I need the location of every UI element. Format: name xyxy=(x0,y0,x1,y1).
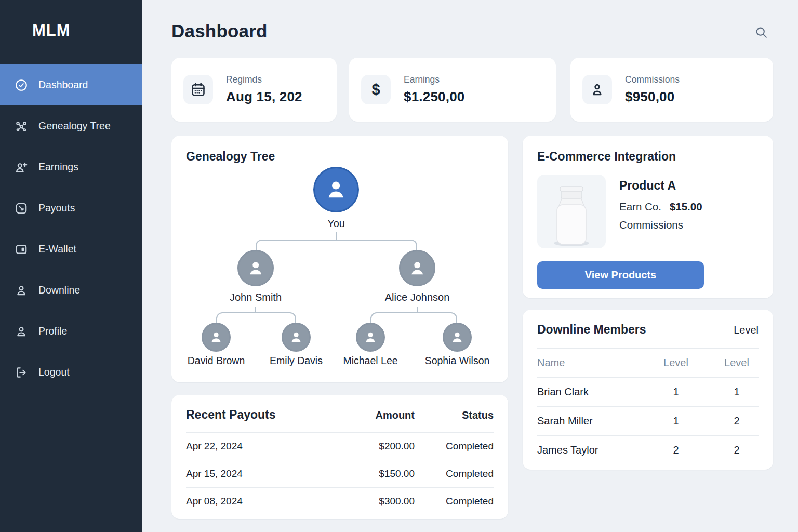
payout-status: Completed xyxy=(415,441,494,452)
payout-amount: $300.00 xyxy=(326,496,415,507)
tree-node-label: David Brown xyxy=(188,355,245,367)
tree-connector-bracket xyxy=(216,312,296,323)
sidebar-item-label: E-Wallet xyxy=(38,243,76,255)
stat-label: Commissions xyxy=(625,74,680,85)
search-icon[interactable] xyxy=(755,26,768,39)
tree-node-label: You xyxy=(327,218,345,230)
check-circle-icon xyxy=(15,78,28,92)
tree-connector-bracket xyxy=(256,240,417,250)
sidebar-item-label: Dashboard xyxy=(38,79,88,91)
recent-payouts-title: Recent Payouts xyxy=(186,408,326,422)
table-row: Apr 15, 2024 $150.00 Completed xyxy=(186,460,494,487)
recent-payouts-header: Recent Payouts Amount Status xyxy=(186,408,494,432)
payout-date: Apr 15, 2024 xyxy=(186,468,326,480)
topbar: Dashboard xyxy=(171,21,773,42)
avatar-person-icon xyxy=(208,329,224,345)
tree-node-john-smith[interactable] xyxy=(237,250,274,286)
column-header-level-2: Level xyxy=(715,357,759,369)
person-icon xyxy=(582,75,612,104)
user-icon xyxy=(15,325,28,338)
tree-node-label: Michael Lee xyxy=(343,355,397,367)
avatar-person-icon xyxy=(288,329,304,345)
payout-status: Completed xyxy=(415,496,494,507)
sidebar-item-label: Logout xyxy=(38,366,70,378)
user-plus-icon xyxy=(15,161,28,174)
sidebar-item-dashboard[interactable]: Dashboard xyxy=(0,64,142,105)
stat-text: Commissions $950,00 xyxy=(625,74,680,105)
stat-value: $950,00 xyxy=(625,89,680,105)
stat-card-commissions: Commissions $950,00 xyxy=(570,58,773,122)
column-header-level-1: Level xyxy=(637,357,715,369)
app-logo: MLM xyxy=(0,0,142,61)
tree-node-sophia-wilson[interactable] xyxy=(443,323,472,352)
avatar-person-icon xyxy=(407,258,427,278)
stat-value: Aug 15, 202 xyxy=(226,89,302,105)
table-row: Brian Clark 1 1 xyxy=(537,377,759,406)
sidebar-item-e-wallet[interactable]: E-Wallet xyxy=(0,229,142,270)
stat-text: Earnings $1.250,00 xyxy=(404,74,464,105)
tree-node-you[interactable] xyxy=(313,167,359,212)
sidebar-item-payouts[interactable]: Payouts xyxy=(0,188,142,229)
product-vendor: Earn Co. xyxy=(619,201,661,212)
genealogy-tree: You John Smith Alice Johnson xyxy=(186,167,494,369)
product-note: Commissions xyxy=(619,219,702,231)
member-name: James Taylor xyxy=(537,444,637,456)
sidebar-item-label: Genealogy Tree xyxy=(38,120,111,132)
tree-connector-stem xyxy=(255,307,256,312)
sidebar-item-downline[interactable]: Downline xyxy=(0,270,142,311)
tree-node-alice-johnson[interactable] xyxy=(399,250,435,286)
table-row: Sarah Miller 1 2 xyxy=(537,406,759,435)
downline-header: Downline Members Level xyxy=(537,323,759,348)
table-row: Apr 22, 2024 $200.00 Completed xyxy=(186,432,494,460)
recent-payouts-card: Recent Payouts Amount Status Apr 22, 202… xyxy=(171,395,508,519)
payout-date: Apr 08, 2024 xyxy=(186,496,326,507)
member-level-1: 1 xyxy=(637,415,715,427)
tree-node-label: Alice Johnson xyxy=(385,291,450,303)
product-image-bottle xyxy=(537,175,606,248)
payout-amount: $200.00 xyxy=(326,441,415,452)
stat-label: Regimds xyxy=(226,74,302,85)
genealogy-tree-card: Genealogy Tree You John Smith xyxy=(171,136,508,382)
stat-card-earnings: $ Earnings $1.250,00 xyxy=(349,58,556,122)
tree-connector-bracket xyxy=(370,312,457,323)
genealogy-tree-title: Genealogy Tree xyxy=(186,150,494,164)
supplement-bottle-graphic xyxy=(547,182,596,248)
stat-text: Regimds Aug 15, 202 xyxy=(226,74,302,105)
payout-date: Apr 22, 2024 xyxy=(186,441,326,452)
product-vendor-price: Earn Co.$15.00 xyxy=(619,201,702,213)
view-products-button[interactable]: View Products xyxy=(537,261,704,289)
avatar-person-icon xyxy=(246,258,265,278)
downline-title: Downline Members xyxy=(537,323,646,337)
sidebar-item-label: Payouts xyxy=(38,202,75,214)
main-content: Dashboard Regimds Aug 15, 202 $ Earnings… xyxy=(142,0,798,532)
avatar-person-icon xyxy=(449,329,465,345)
logout-icon xyxy=(15,366,28,379)
dollar-icon: $ xyxy=(361,75,391,104)
column-header-amount: Amount xyxy=(326,409,415,421)
sidebar-item-genealogy-tree[interactable]: Genealogy Tree xyxy=(0,105,142,147)
downline-header-level: Level xyxy=(734,324,759,336)
product-price: $15.00 xyxy=(670,201,702,212)
tree-node-emily-davis[interactable] xyxy=(282,323,311,352)
sidebar-item-logout[interactable]: Logout xyxy=(0,352,142,393)
tree-node-david-brown[interactable] xyxy=(202,323,231,352)
downline-column-headers: Name Level Level xyxy=(537,348,759,377)
sidebar-item-profile[interactable]: Profile xyxy=(0,311,142,352)
member-level-1: 1 xyxy=(637,386,715,398)
sidebar-nav: Dashboard Genealogy Tree Earnings Payout… xyxy=(0,64,142,393)
product-row: Product A Earn Co.$15.00 Commissions xyxy=(537,175,759,248)
tree-node-michael-lee[interactable] xyxy=(356,323,385,352)
payout-arrow-icon xyxy=(15,202,28,215)
member-level-2: 2 xyxy=(715,415,759,427)
payout-status: Completed xyxy=(415,468,494,480)
payout-amount: $150.00 xyxy=(326,468,415,480)
ecommerce-card: E-Commerce Integration Product A xyxy=(523,136,773,298)
stat-card-regimds: Regimds Aug 15, 202 xyxy=(171,58,337,122)
sidebar: MLM Dashboard Genealogy Tree Earnings Pa… xyxy=(0,0,142,532)
sidebar-item-earnings[interactable]: Earnings xyxy=(0,147,142,188)
avatar-person-icon xyxy=(323,177,349,202)
page-title: Dashboard xyxy=(171,21,268,42)
column-header-name: Name xyxy=(537,357,637,369)
table-row: Apr 08, 2024 $300.00 Completed xyxy=(186,487,494,515)
ecommerce-title: E-Commerce Integration xyxy=(537,150,759,164)
